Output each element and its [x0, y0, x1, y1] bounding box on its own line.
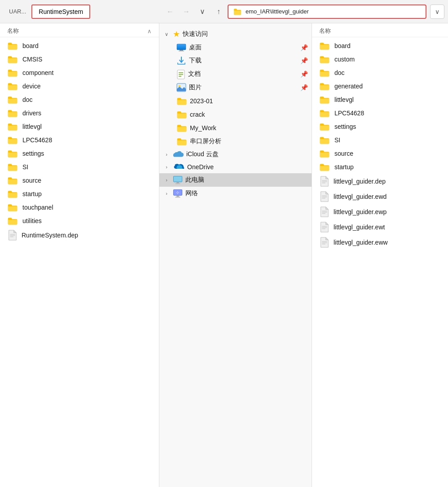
item-label: startup — [22, 190, 42, 197]
address-bar[interactable]: emo_IAR\littlevgl_guider — [228, 4, 426, 19]
list-item[interactable]: settings — [0, 147, 159, 160]
list-item[interactable]: LPC54628 — [0, 133, 159, 147]
tree-item[interactable]: 图片 📌 — [159, 81, 312, 94]
list-item[interactable]: settings — [312, 120, 448, 133]
list-item[interactable]: touchpanel — [0, 201, 159, 214]
document-icon — [176, 70, 185, 79]
svg-rect-4 — [177, 44, 186, 50]
list-item[interactable]: doc — [312, 66, 448, 79]
main-content: 名称 ∧ board CMSIS component device — [0, 23, 448, 487]
quick-access-label: 快速访问 — [183, 30, 208, 38]
item-label: LPC54628 — [22, 136, 52, 144]
tree-label: 2023-01 — [190, 97, 213, 105]
item-label: littlevgl — [334, 96, 354, 103]
folder-icon — [319, 109, 330, 118]
tree-label: 文档 — [188, 70, 201, 78]
list-item[interactable]: littlevgl — [0, 120, 159, 133]
list-item[interactable]: SI — [0, 160, 159, 174]
folder-icon — [176, 137, 187, 146]
tree-item[interactable]: 下载 📌 — [159, 54, 312, 67]
list-item[interactable]: CMSIS — [0, 53, 159, 66]
list-item[interactable]: SI — [312, 133, 448, 147]
list-item[interactable]: component — [0, 66, 159, 79]
folder-icon — [319, 82, 330, 91]
folder-icon — [319, 68, 330, 77]
item-label: board — [334, 42, 351, 49]
list-item[interactable]: littlevgl_guider.eww — [312, 235, 448, 250]
item-label: generated — [334, 83, 363, 90]
tree-label: My_Work — [190, 124, 216, 132]
list-item[interactable]: source — [312, 147, 448, 160]
list-item[interactable]: utilities — [0, 214, 159, 228]
list-item[interactable]: littlevgl_guider.ewt — [312, 219, 448, 235]
folder-icon — [319, 95, 330, 104]
tree-item[interactable]: My_Work — [159, 121, 312, 135]
svg-rect-5 — [180, 50, 183, 51]
tree-label: 网络 — [185, 189, 198, 197]
folder-icon — [7, 55, 18, 64]
tree-item[interactable]: 文档 📌 — [159, 67, 312, 81]
item-label: utilities — [22, 217, 42, 224]
list-item[interactable]: littlevgl_guider.dep — [312, 174, 448, 189]
top-bar: UAR... RuntimeSystem ← → ∨ ↑ emo_IAR\lit… — [0, 0, 448, 23]
list-item[interactable]: board — [312, 39, 448, 53]
item-label: littlevgl_guider.dep — [334, 178, 386, 185]
tree-label: 下载 — [189, 57, 202, 65]
list-item[interactable]: board — [0, 39, 159, 53]
folder-icon — [7, 41, 18, 50]
right-panel: 名称 board custom doc generated littl — [312, 23, 448, 487]
list-item[interactable]: device — [0, 79, 159, 93]
item-label: touchpanel — [22, 204, 53, 211]
list-item[interactable]: LPC54628 — [312, 106, 448, 120]
path-dropdown-button[interactable]: ∨ — [195, 4, 210, 19]
tree-item-网络[interactable]: › ⊹ 网络 — [159, 187, 312, 200]
tree-item[interactable]: 2023-01 — [159, 94, 312, 108]
tree-label: crack — [190, 111, 205, 118]
file-icon — [319, 176, 329, 187]
list-item[interactable]: littlevgl — [312, 93, 448, 106]
list-item[interactable]: littlevgl_guider.ewp — [312, 204, 448, 219]
address-expand-button[interactable]: ∨ — [430, 4, 444, 19]
list-item[interactable]: source — [0, 174, 159, 187]
svg-rect-19 — [176, 197, 180, 197]
svg-rect-14 — [176, 182, 179, 184]
list-item[interactable]: custom — [312, 53, 448, 66]
folder-icon — [176, 97, 187, 105]
folder-icon — [7, 136, 18, 145]
address-text: emo_IAR\littlevgl_guider — [246, 8, 309, 15]
folder-icon — [7, 122, 18, 131]
tab-active[interactable]: RuntimeSystem — [31, 4, 90, 19]
tab-inactive[interactable]: UAR... — [4, 6, 31, 17]
list-item[interactable]: doc — [0, 93, 159, 106]
quick-access-expand: ∨ — [163, 31, 170, 38]
folder-icon — [7, 162, 18, 171]
expand-arrow: › — [163, 176, 170, 184]
forward-button[interactable]: → — [179, 4, 193, 19]
list-item[interactable]: drivers — [0, 106, 159, 120]
list-item[interactable]: startup — [312, 160, 448, 174]
item-label: drivers — [22, 110, 41, 117]
folder-icon — [319, 41, 330, 50]
tree-item[interactable]: 桌面 📌 — [159, 41, 312, 54]
item-label: source — [334, 150, 353, 157]
back-button[interactable]: ← — [163, 4, 177, 19]
item-label: settings — [334, 123, 356, 130]
tree-item[interactable]: crack — [159, 108, 312, 121]
tree-item-OneDrive[interactable]: › OneDrive — [159, 161, 312, 173]
list-item[interactable]: littlevgl_guider.ewd — [312, 189, 448, 204]
list-item[interactable]: RuntimeSystem.dep — [0, 228, 159, 243]
tree-label: 桌面 — [189, 44, 202, 52]
tree-item-iCloud-云盘[interactable]: › iCloud 云盘 — [159, 148, 312, 161]
up-button[interactable]: ↑ — [211, 4, 226, 19]
tree-item-此电脑[interactable]: › 此电脑 — [159, 173, 312, 187]
folder-icon — [7, 149, 18, 158]
list-item[interactable]: generated — [312, 79, 448, 93]
tree-label: iCloud 云盘 — [186, 150, 219, 158]
item-label: SI — [22, 163, 28, 171]
tree-label: OneDrive — [187, 163, 214, 171]
left-panel-up-arrow[interactable]: ∧ — [147, 28, 152, 35]
list-item[interactable]: startup — [0, 187, 159, 201]
tree-item[interactable]: 串口屏分析 — [159, 135, 312, 148]
tree-item-quick-access[interactable]: ∨ ★ 快速访问 — [159, 27, 312, 41]
item-label: CMSIS — [22, 56, 42, 63]
